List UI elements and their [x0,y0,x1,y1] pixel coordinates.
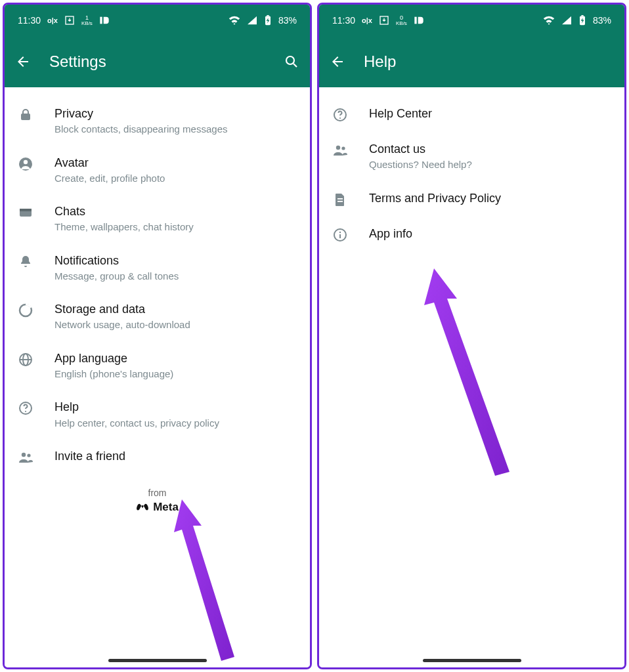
row-label: Privacy [54,106,297,121]
battery-percent: 83% [593,15,611,26]
svg-point-14 [25,411,26,412]
annotation-arrow-icon [162,499,248,663]
bell-icon [18,254,33,270]
help-icon [18,400,33,416]
settings-row-privacy[interactable]: PrivacyBlock contacts, disappearing mess… [5,96,310,146]
row-sub: Block contacts, disappearing messages [54,123,297,136]
doc-icon [332,192,348,207]
battery-icon [264,15,272,26]
svg-point-22 [339,117,341,119]
wifi-icon [543,16,555,25]
row-label: Chats [54,203,297,219]
row-label: Help Center [369,106,611,121]
meta-logo-icon [136,503,149,512]
phone-settings: 11:30 o|x 1KB/s 83% Settings PrivacyBloc… [3,3,312,669]
network-speed: 1KB/s [81,15,93,26]
people-icon [332,142,348,158]
settings-row-avatar[interactable]: AvatarCreate, edit, profile photo [5,146,310,195]
row-sub: Help center, contact us, privacy policy [54,417,297,430]
network-speed: 0KB/s [396,15,407,26]
svg-point-16 [27,453,30,457]
row-sub: Network usage, auto-download [54,318,297,331]
footer: from Meta [5,488,310,514]
footer-brand: Meta [136,501,179,514]
search-button[interactable] [282,52,301,71]
id-icon [414,16,424,25]
svg-rect-9 [20,209,32,211]
row-sub: Questions? Need help? [369,158,611,171]
svg-rect-18 [414,17,416,24]
status-time: 11:30 [332,15,355,26]
row-label: App language [54,350,297,366]
help-icon [332,107,348,123]
avatar-icon [18,156,33,172]
settings-row-chats[interactable]: ChatsTheme, wallpapers, chat history [5,194,310,243]
row-label: Terms and Privacy Policy [369,190,611,206]
svg-rect-3 [267,15,269,16]
status-bar: 11:30 o|x 1KB/s 83% [5,5,310,36]
row-sub: Message, group & call tones [54,270,297,283]
page-title: Help [364,52,615,71]
row-label: Help [54,399,297,415]
annotation-arrow-icon [411,268,516,478]
help-row-app-info[interactable]: App info [319,217,624,252]
search-icon [284,54,299,70]
storage-icon [18,303,33,318]
status-time: 11:30 [18,15,41,26]
signal-icon [561,16,572,25]
row-label: Storage and data [54,301,297,317]
nav-handle[interactable] [423,659,521,662]
row-label: Avatar [54,155,297,171]
download-box-icon [379,15,389,26]
svg-rect-20 [581,15,583,16]
id-icon [99,16,110,25]
svg-point-24 [341,146,345,150]
people-icon [18,450,33,465]
status-bar: 11:30 o|x 0KB/s 83% [319,5,624,36]
olx-indicator-icon: o|x [47,16,58,24]
settings-list: PrivacyBlock contacts, disappearing mess… [5,87,310,667]
settings-row-help[interactable]: HelpHelp center, contact us, privacy pol… [5,390,310,439]
svg-point-15 [22,453,26,457]
back-button[interactable] [328,52,347,71]
download-box-icon [64,15,75,26]
nav-handle[interactable] [108,659,207,662]
wifi-icon [228,16,240,25]
row-label: Contact us [369,141,611,157]
help-list: Help Center Contact usQuestions? Need he… [319,87,624,667]
row-sub: Create, edit, profile photo [54,172,297,185]
row-label: Invite a friend [54,448,297,464]
lock-icon [18,107,33,123]
svg-rect-26 [337,201,343,202]
back-arrow-icon [15,54,31,70]
svg-rect-25 [337,198,343,200]
svg-point-7 [24,159,28,163]
svg-rect-1 [100,17,102,24]
row-sub: Theme, wallpapers, chat history [54,220,297,234]
back-arrow-icon [330,54,345,70]
svg-point-4 [286,56,294,64]
back-button[interactable] [14,52,32,71]
svg-rect-29 [339,234,341,238]
svg-point-23 [336,146,340,150]
chats-icon [18,205,33,220]
help-row-help-center[interactable]: Help Center [319,96,624,132]
signal-icon [247,16,257,25]
olx-indicator-icon: o|x [362,16,372,24]
help-row-terms[interactable]: Terms and Privacy Policy [319,181,624,217]
info-icon [332,227,348,243]
svg-point-28 [339,231,341,232]
settings-row-notifications[interactable]: NotificationsMessage, group & call tones [5,243,310,293]
app-bar: Settings [5,36,310,87]
settings-row-language[interactable]: App languageEnglish (phone's language) [5,341,310,390]
phone-help: 11:30 o|x 0KB/s 83% Help Help Center Con… [317,3,626,669]
battery-percent: 83% [278,15,297,26]
footer-from: from [5,488,310,498]
help-row-contact-us[interactable]: Contact usQuestions? Need help? [319,132,624,181]
row-label: Notifications [54,253,297,268]
settings-row-invite[interactable]: Invite a friend [5,439,310,474]
row-label: App info [369,226,611,242]
settings-row-storage[interactable]: Storage and dataNetwork usage, auto-down… [5,292,310,341]
app-bar: Help [319,36,624,87]
page-title: Settings [49,52,282,71]
